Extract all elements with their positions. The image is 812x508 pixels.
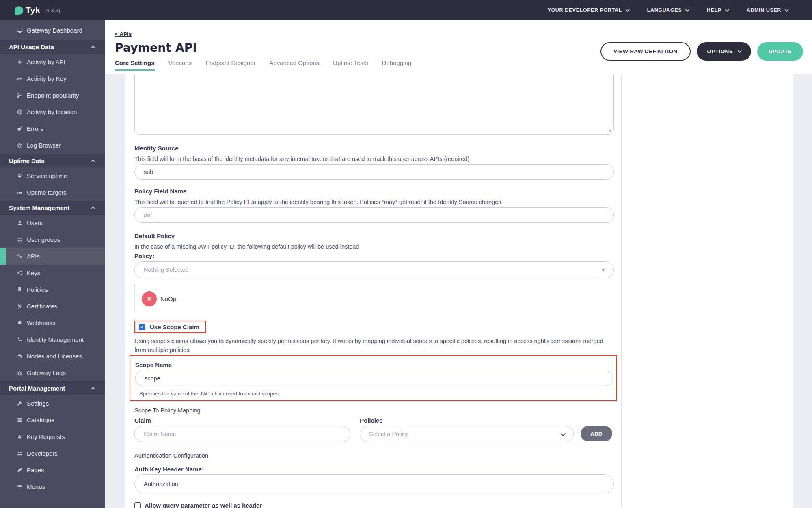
add-mapping-button[interactable]: ADD [581, 426, 612, 441]
sidebar-item-user-groups[interactable]: User groups [0, 231, 105, 248]
topbar-menu-label: LANGUAGES [647, 7, 682, 13]
topbar-menu-admin-user[interactable]: ADMIN USER [747, 7, 788, 13]
sidebar-item-apis[interactable]: APIs [0, 248, 105, 265]
paw-icon [16, 173, 23, 179]
sidebar-item-activity-by-location[interactable]: Activity by location [0, 104, 105, 120]
policy-select[interactable]: Nothing Selected ▾ [134, 261, 614, 278]
tab-debugging[interactable]: Debugging [382, 59, 411, 71]
page-header: < APIs Payment API Core SettingsVersions… [105, 20, 812, 74]
sidebar-section-label: API Usage Data [9, 43, 54, 50]
sidebar-item-policies[interactable]: Policies [0, 281, 105, 298]
tab-advanced-options[interactable]: Advanced Options [269, 59, 319, 71]
sidebar-item-users[interactable]: Users [0, 215, 105, 231]
resize-handle-icon[interactable] [607, 128, 612, 132]
policies-select[interactable]: Select a Policy [360, 426, 574, 442]
content-card: Identity Source This field will form the… [125, 74, 793, 508]
sidebar-item-label: Settings [27, 400, 49, 407]
sidebar-item-label: Uptime targets [27, 189, 67, 196]
sidebar-item-developers[interactable]: Developers [0, 445, 105, 462]
allow-query-param-label[interactable]: Allow query parameter as well as header [145, 502, 262, 508]
use-scope-claim-label[interactable]: Use Scope Claim [150, 323, 199, 330]
allow-query-param-checkbox[interactable] [134, 502, 141, 508]
tab-bar: Core SettingsVersionsEndpoint DesignerAd… [115, 59, 812, 71]
scope-to-policy-row: Claim Policies Select a Policy ADD [134, 417, 614, 442]
sidebar-item-label: Gateway Logs [27, 369, 66, 376]
options-button[interactable]: OPTIONS [697, 42, 752, 61]
sidebar-item-label: APIs [27, 253, 40, 260]
sidebar-item-keys[interactable]: Keys [0, 265, 105, 281]
chevron-up-icon [91, 386, 95, 391]
list-icon [16, 189, 23, 196]
breadcrumb-back-link[interactable]: < APIs [115, 31, 132, 37]
sidebar-item-label: Certificates [27, 303, 57, 310]
paw-icon [16, 434, 23, 440]
topbar-menu-your-developer-portal[interactable]: YOUR DEVELOPER PORTAL [548, 7, 628, 13]
sidebar-item-certificates[interactable]: Certificates [0, 298, 105, 315]
sidebar-item-service-uptime[interactable]: Service uptime [0, 167, 105, 184]
sidebar-item-webhooks[interactable]: Webhooks [0, 315, 105, 331]
sidebar-section-uptime-data[interactable]: Uptime Data [0, 154, 105, 167]
sidebar-section-portal-management[interactable]: Portal Management [0, 381, 105, 395]
chevron-down-icon [738, 49, 742, 53]
identity-source-input[interactable] [134, 164, 614, 180]
topbar-menu-languages[interactable]: LANGUAGES [647, 7, 688, 13]
sidebar-section-system-management[interactable]: System Management [0, 201, 105, 215]
api-definition-textarea[interactable] [134, 74, 614, 135]
sidebar-item-catalogue[interactable]: Catalogue [0, 412, 105, 428]
tab-endpoint-designer[interactable]: Endpoint Designer [205, 59, 255, 71]
sidebar-item-activity-by-key[interactable]: Activity by Key [0, 70, 105, 87]
key-icon [16, 76, 23, 82]
sidebar-item-identity-management[interactable]: Identity Management [0, 331, 105, 348]
topbar-menu-label: ADMIN USER [747, 7, 781, 13]
sidebar-item-label: Webhooks [27, 319, 56, 326]
sidebar-item-endpoint-popularity[interactable]: Endpoint popularity [0, 87, 105, 104]
sidebar-item-label: Key Requests [27, 433, 65, 440]
remove-policy-button[interactable]: ✕ [142, 291, 157, 306]
sidebar-item-settings[interactable]: Settings [0, 395, 105, 412]
allow-query-param-row: Allow query parameter as well as header [134, 502, 614, 508]
tab-uptime-tests[interactable]: Uptime Tests [333, 59, 368, 71]
sidebar-item-nodes-and-licenses[interactable]: Nodes and Licenses [0, 348, 105, 365]
monitor-icon [16, 27, 23, 33]
sidebar-section-label: Uptime Data [9, 157, 45, 164]
use-scope-claim-highlight: ✓ Use Scope Claim [134, 321, 206, 333]
sidebar-item-gateway-logs[interactable]: Gateway Logs [0, 365, 105, 381]
sidebar-item-label: Errors [27, 125, 43, 132]
sidebar-item-gateway-dashboard[interactable]: Gateway Dashboard [0, 20, 105, 40]
chevron-down-icon [561, 431, 566, 436]
phone-icon [16, 336, 23, 343]
sidebar-item-key-requests[interactable]: Key Requests [0, 428, 105, 445]
scope-name-highlight: Scope Name Specifies the value of the JW… [130, 355, 617, 401]
auth-key-header-name-input[interactable] [134, 474, 614, 493]
sidebar-item-uptime-targets[interactable]: Uptime targets [0, 184, 105, 201]
user-icon [16, 220, 23, 226]
tyk-logo[interactable]: Tyk (4.3.3) [0, 5, 105, 15]
sidebar-item-log-browser[interactable]: Log Browser [0, 137, 105, 154]
certificate-icon [16, 303, 23, 310]
paw-icon [16, 59, 23, 65]
sidebar-item-menus[interactable]: Menus [0, 478, 105, 495]
view-raw-definition-button[interactable]: VIEW RAW DEFINITION [600, 42, 691, 61]
update-button[interactable]: UPDATE [757, 42, 803, 61]
sidebar-item-errors[interactable]: Errors [0, 120, 105, 137]
sidebar-item-pages[interactable]: Pages [0, 462, 105, 478]
sidebar-section-api-usage-data[interactable]: API Usage Data [0, 40, 105, 54]
tab-versions[interactable]: Versions [168, 59, 192, 71]
tab-core-settings[interactable]: Core Settings [115, 59, 155, 71]
topbar-menu-label: HELP [707, 7, 721, 13]
use-scope-claim-description: Using scopes claims allows you to dynami… [134, 337, 614, 354]
policy-select-label: Policy: [134, 252, 614, 260]
sidebar-item-activity-by-api[interactable]: Activity by API [0, 54, 105, 70]
use-scope-claim-checkbox[interactable]: ✓ [139, 324, 145, 330]
sidebar-item-label: Identity Management [27, 336, 84, 343]
sidebar-item-label: Catalogue [27, 417, 54, 423]
bomb-icon [16, 126, 23, 132]
scope-name-input[interactable] [135, 371, 613, 386]
scope-to-policy-label: Scope To Policy Mapping [134, 407, 614, 414]
policy-field-name-input[interactable] [134, 207, 614, 223]
topbar-menu-help[interactable]: HELP [707, 7, 728, 13]
claim-input[interactable] [134, 426, 350, 442]
sidebar-item-label: Nodes and Licenses [27, 353, 82, 360]
core-settings-form: Identity Source This field will form the… [125, 74, 622, 508]
policy-select-placeholder: Nothing Selected [144, 267, 188, 273]
